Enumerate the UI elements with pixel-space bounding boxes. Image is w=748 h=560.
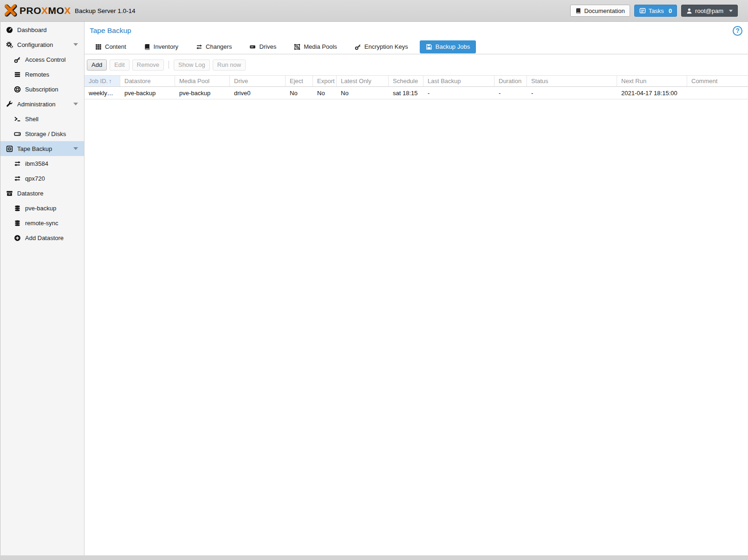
database-icon bbox=[13, 204, 21, 212]
cell-job-id: weekly… bbox=[85, 87, 120, 99]
product-version-label: Backup Server 1.0-14 bbox=[75, 7, 136, 14]
chevron-down-icon[interactable] bbox=[73, 103, 78, 105]
terminal-icon bbox=[13, 115, 21, 123]
column-header-last-backup[interactable]: Last Backup bbox=[423, 76, 494, 86]
tasks-button[interactable]: Tasks 0 bbox=[634, 5, 677, 17]
table-row[interactable]: weekly… pve-backup pve-backup drive0 No … bbox=[85, 87, 748, 99]
user-menu-button[interactable]: root@pam bbox=[681, 5, 738, 17]
cell-comment bbox=[687, 87, 748, 99]
cell-export: No bbox=[313, 87, 337, 99]
tab-backup-jobs[interactable]: Backup Jobs bbox=[420, 40, 476, 53]
key-icon bbox=[355, 44, 361, 50]
sidebar-item-administration[interactable]: Administration bbox=[0, 97, 84, 111]
tab-inventory[interactable]: Inventory bbox=[138, 40, 184, 53]
sidebar-item-shell[interactable]: Shell bbox=[0, 111, 84, 126]
user-icon bbox=[686, 8, 692, 14]
drive-icon bbox=[249, 44, 256, 50]
tasks-count-badge: 0 bbox=[669, 7, 672, 14]
tab-content[interactable]: Content bbox=[89, 40, 132, 53]
show-log-button[interactable]: Show Log bbox=[174, 59, 210, 71]
plus-circle-icon bbox=[13, 234, 21, 241]
task-list-icon bbox=[639, 7, 646, 14]
help-icon[interactable]: ? bbox=[733, 26, 742, 36]
cell-eject: No bbox=[286, 87, 313, 99]
grid-icon bbox=[95, 44, 102, 50]
toolbar-separator bbox=[169, 61, 169, 69]
cell-last-backup: - bbox=[423, 87, 494, 99]
sidebar-item-datastore[interactable]: Datastore bbox=[0, 186, 84, 201]
cell-latest-only: No bbox=[337, 87, 389, 99]
server-list-icon bbox=[13, 71, 21, 78]
chevron-down-icon[interactable] bbox=[73, 43, 78, 46]
tab-encryption-keys[interactable]: Encryption Keys bbox=[349, 40, 414, 53]
sidebar-item-ibm3584[interactable]: ibm3584 bbox=[0, 156, 84, 171]
chevron-down-icon bbox=[729, 10, 733, 12]
sidebar-item-pve-backup[interactable]: pve-backup bbox=[0, 201, 84, 215]
sidebar-item-tape-backup[interactable]: Tape Backup bbox=[0, 141, 84, 156]
book-icon bbox=[144, 44, 150, 50]
exchange-icon bbox=[196, 44, 202, 50]
tape-icon bbox=[6, 145, 13, 152]
sidebar-item-access-control[interactable]: Access Control bbox=[0, 52, 84, 67]
tab-media-pools[interactable]: Media Pools bbox=[288, 40, 343, 53]
archive-box-icon bbox=[6, 189, 13, 197]
panel-titlebar: Tape Backup ? bbox=[85, 22, 748, 39]
sidebar-item-add-datastore[interactable]: Add Datastore bbox=[0, 230, 84, 245]
proxmox-wordmark: PROXMOX bbox=[20, 5, 71, 16]
tab-drives[interactable]: Drives bbox=[243, 40, 282, 53]
column-header-duration[interactable]: Duration bbox=[494, 76, 527, 86]
gauge-icon bbox=[6, 26, 13, 33]
cell-drive: drive0 bbox=[230, 87, 286, 99]
remove-button[interactable]: Remove bbox=[132, 59, 164, 71]
cell-duration: - bbox=[494, 87, 527, 99]
edit-button[interactable]: Edit bbox=[110, 59, 129, 71]
exchange-icon bbox=[13, 160, 21, 167]
sidebar-item-configuration[interactable]: Configuration bbox=[0, 37, 84, 52]
column-header-job-id[interactable]: Job ID.↑ bbox=[85, 76, 120, 86]
book-icon bbox=[575, 8, 581, 14]
column-header-export[interactable]: Export bbox=[313, 76, 337, 86]
tab-bar: Content Inventory Changers Drives Media … bbox=[85, 39, 748, 54]
cell-media-pool: pve-backup bbox=[175, 87, 230, 99]
main-panel: Tape Backup ? Content Inventory Changers… bbox=[85, 22, 748, 555]
column-header-drive[interactable]: Drive bbox=[230, 76, 286, 86]
cell-schedule: sat 18:15 bbox=[389, 87, 423, 99]
sidebar: Dashboard Configuration Access Control R… bbox=[0, 22, 85, 555]
documentation-button[interactable]: Documentation bbox=[570, 5, 630, 17]
column-header-status[interactable]: Status bbox=[527, 76, 617, 86]
sidebar-item-remotes[interactable]: Remotes bbox=[0, 67, 84, 82]
hdd-icon bbox=[13, 130, 21, 137]
object-group-icon bbox=[294, 44, 300, 50]
column-header-schedule[interactable]: Schedule bbox=[389, 76, 423, 86]
top-header-bar: PROXMOX Backup Server 1.0-14 Documentati… bbox=[0, 0, 748, 22]
proxmox-logo: PROXMOX bbox=[4, 4, 71, 18]
run-now-button[interactable]: Run now bbox=[213, 59, 246, 71]
column-header-datastore[interactable]: Datastore bbox=[120, 76, 175, 86]
key-icon bbox=[13, 56, 21, 63]
sidebar-item-qpx720[interactable]: qpx720 bbox=[0, 171, 84, 186]
cell-next-run: 2021-04-17 18:15:00 bbox=[617, 87, 687, 99]
column-header-next-run[interactable]: Next Run bbox=[617, 76, 687, 86]
exchange-icon bbox=[13, 175, 21, 182]
life-ring-icon bbox=[13, 85, 21, 93]
column-header-latest-only[interactable]: Latest Only bbox=[337, 76, 389, 86]
tab-changers[interactable]: Changers bbox=[190, 40, 238, 53]
add-button[interactable]: Add bbox=[87, 59, 107, 71]
table-header-row: Job ID.↑ Datastore Media Pool Drive Ejec… bbox=[85, 75, 748, 87]
grid-toolbar: Add Edit Remove Show Log Run now bbox=[85, 54, 748, 75]
column-header-media-pool[interactable]: Media Pool bbox=[175, 76, 230, 86]
column-header-eject[interactable]: Eject bbox=[286, 76, 313, 86]
gears-icon bbox=[6, 41, 13, 48]
database-icon bbox=[13, 219, 21, 227]
cell-datastore: pve-backup bbox=[120, 87, 175, 99]
sidebar-item-remote-sync[interactable]: remote-sync bbox=[0, 215, 84, 230]
sidebar-item-storage-disks[interactable]: Storage / Disks bbox=[0, 126, 84, 141]
sidebar-item-dashboard[interactable]: Dashboard bbox=[0, 22, 84, 37]
wrench-icon bbox=[6, 100, 13, 108]
save-icon bbox=[426, 44, 432, 50]
chevron-down-icon[interactable] bbox=[73, 147, 78, 150]
proxmox-x-icon bbox=[4, 4, 18, 18]
page-title: Tape Backup bbox=[90, 26, 131, 35]
column-header-comment[interactable]: Comment bbox=[687, 76, 748, 86]
sidebar-item-subscription[interactable]: Subscription bbox=[0, 82, 84, 97]
